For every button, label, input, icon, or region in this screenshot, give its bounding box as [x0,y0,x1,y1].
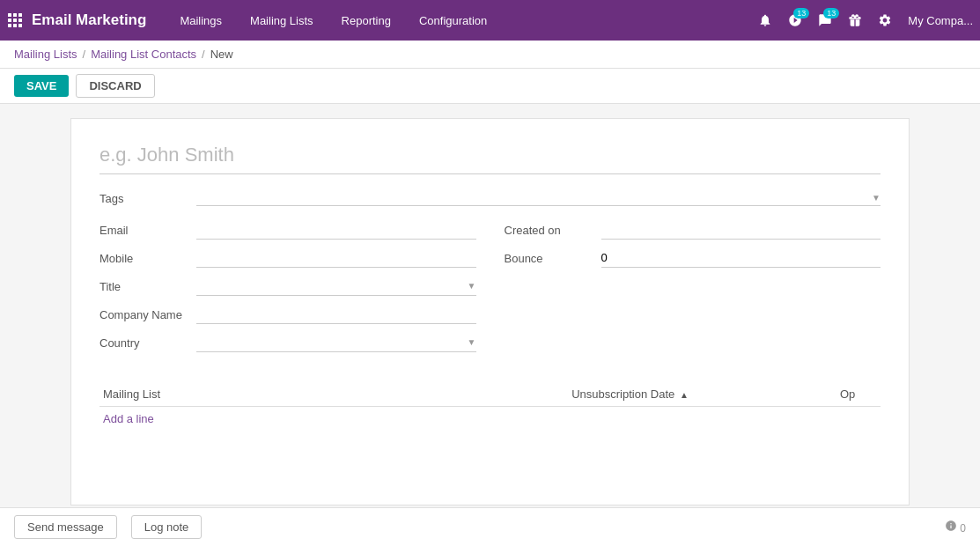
company-name-row: Company Name [99,305,476,324]
activity-icon[interactable]: 13 [783,10,807,31]
breadcrumb-mailing-lists[interactable]: Mailing Lists [14,48,77,61]
right-icons: 13 13 My Compa... [753,10,973,31]
mobile-input[interactable] [196,248,476,268]
email-label: Email [99,224,196,237]
svg-rect-2 [18,13,22,17]
bounce-row: Bounce [505,248,881,268]
main-content: Tags ▼ Email Mobile Title [0,104,980,544]
unsubscription-date-header[interactable]: Unsubscription Date ▲ [568,382,836,407]
name-input[interactable] [99,140,881,174]
nav-item-configuration[interactable]: Configuration [407,7,499,34]
mailing-table: Mailing List Unsubscription Date ▲ Op Ad… [99,382,881,431]
title-label: Title [99,280,196,293]
settings-icon[interactable] [873,10,897,31]
country-dropdown[interactable]: ▼ [196,333,476,352]
breadcrumb-mailing-list-contacts[interactable]: Mailing List Contacts [91,48,196,61]
action-bar: SAVE DISCARD [0,69,980,104]
bounce-input[interactable] [601,248,881,268]
mobile-row: Mobile [99,248,476,268]
created-on-row: Created on [505,220,881,240]
log-note-button[interactable]: Log note [131,515,203,539]
title-row: Title ▼ [99,277,476,296]
apps-icon[interactable] [7,12,23,28]
country-label: Country [99,336,196,350]
svg-rect-8 [18,24,22,27]
bottom-bar: Send message Log note 0 [0,507,980,544]
nav-item-reporting[interactable]: Reporting [329,7,403,34]
message-icon[interactable]: 13 [813,10,837,31]
gift-icon[interactable] [843,10,867,31]
activity-badge: 13 [793,8,809,18]
svg-rect-7 [13,24,17,27]
country-input[interactable] [196,336,464,349]
svg-rect-1 [13,13,17,17]
send-message-button[interactable]: Send message [14,515,117,539]
discard-button[interactable]: DISCARD [76,74,154,98]
add-line-link[interactable]: Add a line [99,407,158,431]
created-on-label: Created on [505,224,601,237]
unsubscription-date-label: Unsubscription Date [571,387,674,401]
mobile-label: Mobile [99,252,196,265]
breadcrumb-sep-2: / [202,48,205,61]
form-right: Created on Bounce [505,220,881,361]
sort-arrow-icon: ▲ [680,390,689,400]
bottom-right: 0 [945,520,966,535]
breadcrumb-sep-1: / [83,48,86,61]
my-company-label[interactable]: My Compa... [908,14,973,27]
title-dropdown[interactable]: ▼ [196,277,476,296]
svg-rect-6 [8,24,11,27]
breadcrumb: Mailing Lists / Mailing List Contacts / … [0,41,980,69]
app-title: Email Marketing [32,11,146,29]
message-badge: 13 [823,8,839,18]
nav-item-mailings[interactable]: Mailings [167,7,234,34]
save-button[interactable]: SAVE [14,75,69,97]
tags-label: Tags [99,192,196,205]
email-input[interactable] [196,220,476,240]
svg-rect-0 [8,13,11,17]
nav-items: Mailings Mailing Lists Reporting Configu… [167,7,499,34]
country-dropdown-arrow-icon: ▼ [468,337,476,347]
mailing-list-header: Mailing List [99,382,568,407]
notification-bell-icon[interactable] [753,10,777,31]
nav-item-mailing-lists[interactable]: Mailing Lists [238,7,326,34]
svg-rect-3 [8,18,11,22]
tags-dropdown-arrow-icon: ▼ [872,193,881,203]
company-name-label: Company Name [99,308,196,321]
company-name-input[interactable] [196,305,476,324]
opt-header: Op [836,382,881,407]
top-navigation: Email Marketing Mailings Mailing Lists R… [0,0,980,41]
bottom-info: 0 [960,522,966,535]
svg-rect-4 [13,18,17,22]
title-dropdown-arrow-icon: ▼ [468,281,476,291]
form-columns: Email Mobile Title ▼ [99,220,881,361]
tags-field[interactable]: ▼ [196,190,881,206]
bounce-label: Bounce [505,252,601,265]
form-card: Tags ▼ Email Mobile Title [70,118,910,505]
country-row: Country ▼ [99,333,476,352]
tags-row: Tags ▼ [99,190,881,206]
breadcrumb-new: New [210,48,233,61]
created-on-input[interactable] [601,220,881,240]
add-line-row: Add a line [99,407,881,432]
email-row: Email [99,220,476,240]
form-left: Email Mobile Title ▼ [99,220,476,361]
title-input[interactable] [196,279,464,292]
svg-rect-5 [18,18,22,22]
